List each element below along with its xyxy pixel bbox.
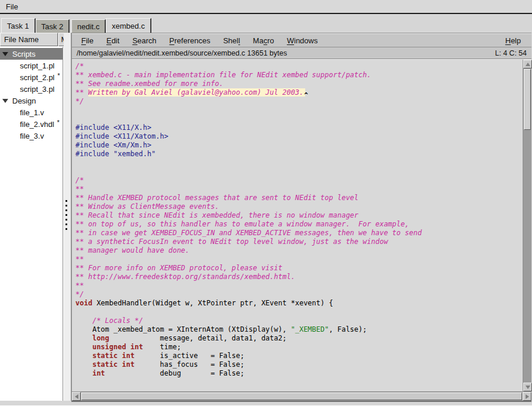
editor-body: /*** xembed.c - main implementation file… [72,59,531,391]
scroll-left-button[interactable] [72,392,81,401]
code-line: /* [75,176,523,185]
file-tree: Scriptsscript_1.plscript_2.pl*script_3.p… [0,47,63,401]
code-line: ** Recall that since NEdit is xembedded,… [75,211,523,220]
code-line [75,167,523,176]
modified-indicator: * [57,72,60,79]
code-line: ** For more info on XEMBED protocol, ple… [75,264,523,273]
tree-item-label: script_2.pl [20,73,54,82]
code-line [75,308,523,316]
tree-item-file-3-v[interactable]: file_3.v [0,130,63,142]
tree-item-label: file_3.v [20,132,44,140]
tree-item-script-1-pl[interactable]: script_1.pl [0,60,63,71]
tree-item-label: Scripts [12,50,36,59]
tree-item-design[interactable]: Design [0,95,63,106]
code-line [75,115,523,123]
code-line: ** a synthetic FocusIn event to NEdit to… [75,238,523,246]
file-name-column-header[interactable]: File Name [0,33,58,46]
scroll-right-button[interactable] [523,392,531,401]
code-line [75,159,523,167]
app-menubar: File [0,0,532,14]
code-line: */ [75,290,523,299]
vertical-scroll-thumb[interactable] [524,69,531,130]
code-line: #include <X11/X.h> [75,123,523,132]
file-browser-header: File Name M [0,33,70,46]
code-line [75,106,523,115]
code-line: Atom _xembed_atom = XInternAtom (XtDispl… [75,325,523,334]
menu-help[interactable]: Help [500,35,526,47]
tree-item-label: Design [12,97,36,105]
code-line: ** [75,281,523,290]
code-line: static int is_active = False; [75,352,523,360]
code-line: static int has_focus = False; [75,360,523,369]
code-line: #include <Xm/Xm.h> [75,141,523,150]
tab-nedit-c[interactable]: nedit.c [71,19,106,33]
tree-item-script-2-pl[interactable]: script_2.pl* [0,71,63,83]
code-line: #include <X11/Xatom.h> [75,132,523,141]
code-line: ** manager would have done. [75,246,523,255]
code-line: ** See readme.xembed for more info. [75,80,523,88]
tree-item-script-3-pl[interactable]: script_3.pl [0,83,63,95]
code-line: */ [75,97,523,106]
file-browser-pane: File Name M Scriptsscript_1.plscript_2.p… [0,33,70,401]
scroll-down-button[interactable] [523,383,532,391]
tree-item-file-2-vhdl[interactable]: file_2.vhdl* [0,118,63,130]
editor-pane: FileEditSearchPreferencesShellMacroWindo… [71,33,531,402]
vertical-scrollbar[interactable] [523,60,531,391]
document-tab-bar: nedit.c xembed.c [71,19,151,33]
code-line: #include "xembed.h" [75,150,523,159]
expand-triangle-icon[interactable] [2,99,8,103]
tree-item-scripts[interactable]: Scripts [0,48,63,60]
tree-item-label: script_3.pl [20,85,54,94]
scroll-up-button[interactable] [523,60,532,68]
code-line: long message, detail, data1, data2; [75,334,523,343]
editor-statusline: /home/galaviel/nedit/nedit.xembed/source… [72,47,531,59]
code-line: void XembedHandler(Widget w, XtPointer p… [75,299,523,308]
horizontal-scroll-thumb[interactable] [81,393,522,400]
horizontal-scrollbar[interactable] [72,391,531,401]
code-line: int debug = False; [75,369,523,378]
code-line: unsigned int time; [75,343,523,352]
expand-triangle-icon[interactable] [2,52,8,56]
tab-task-1[interactable]: Task 1 [1,18,36,33]
menu-macro[interactable]: Macro [248,35,279,47]
pane-splitter[interactable] [64,33,71,401]
menu-file[interactable]: File [77,35,98,47]
task-tab-bar: Task 1 Task 2 [1,19,70,33]
modified-indicator: * [57,119,60,126]
splitter-grip-icon[interactable] [65,200,67,230]
code-line: ** on top of us, so this handler has to … [75,220,523,229]
tree-item-label: file_1.v [20,108,44,117]
file-path-status: /home/galaviel/nedit/nedit.xembed/source… [77,49,287,57]
code-line: ** Handle XEMBED protocol messages that … [75,194,523,202]
code-line: ** in case we get XEMBED_FOCUS_IN and XE… [75,229,523,238]
application-window: File Task 1 Task 2 nedit.c xembed.c File… [0,0,532,406]
code-line: ** Window as ClientMessage events. [75,202,523,211]
editor-menubar: FileEditSearchPreferencesShellMacroWindo… [72,33,531,47]
code-line: ** http://www.freedesktop.org/standards/… [75,273,523,281]
app-menu-file[interactable]: File [0,1,24,12]
menu-shell[interactable]: Shell [219,35,245,47]
code-area[interactable]: /*** xembed.c - main implementation file… [72,60,523,391]
tree-item-label: file_2.vhdl [20,120,54,129]
tab-xembed-c[interactable]: xembed.c [106,18,151,33]
menu-windows[interactable]: Windows [282,35,323,47]
code-line: /* [75,62,523,71]
menu-preferences[interactable]: Preferences [165,35,215,47]
tab-task-2[interactable]: Task 2 [36,19,70,33]
menu-edit[interactable]: Edit [102,35,124,47]
tree-item-file-1-v[interactable]: file_1.v [0,106,63,118]
tree-item-label: script_1.pl [20,61,54,70]
code-line: ** [75,255,523,264]
code-line: ** [75,185,523,194]
text-cursor-caret: ^ [304,91,308,99]
cursor-position-status: L: 4 C: 54 [495,49,527,57]
code-line: ** Written by Gal Aviel (galaviel@yahoo.… [75,88,523,97]
code-line: ** xembed.c - main implementation file f… [75,71,523,80]
menu-search[interactable]: Search [127,35,161,47]
code-line: /* Locals */ [75,316,523,325]
